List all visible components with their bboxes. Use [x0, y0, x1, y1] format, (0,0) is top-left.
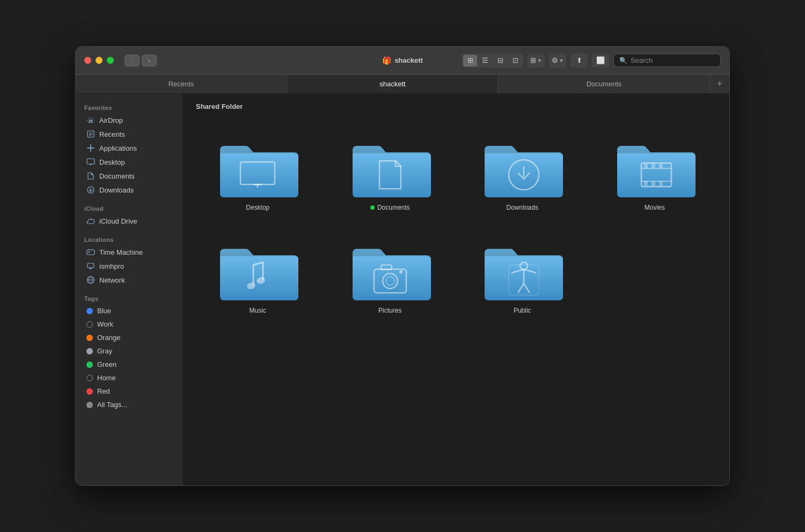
maximize-button[interactable] [107, 57, 114, 64]
chevron-down-icon: ▼ [537, 58, 542, 63]
network-icon [86, 276, 95, 284]
tab-add-button[interactable]: + [710, 75, 729, 93]
folder-item-movies[interactable]: Movies [593, 125, 717, 216]
sidebar-item-label: Desktop [99, 158, 125, 166]
tab-recents[interactable]: Recents [76, 75, 287, 93]
work-tag-dot [86, 321, 93, 328]
finder-window: ‹ › 🎁 shackett ⊞ ☰ ⊟ ⊡ ⊞ ▼ ⚙ ▼ [75, 46, 730, 486]
search-icon: 🔍 [619, 57, 627, 64]
section-title: Shared Folder [196, 102, 716, 115]
gray-tag-dot [86, 348, 93, 354]
sidebar-item-label: iCloud Drive [99, 217, 137, 225]
sidebar-item-icloud-drive[interactable]: iCloud Drive [78, 214, 180, 228]
sidebar-item-tag-blue[interactable]: Blue [78, 304, 180, 317]
folder-item-downloads[interactable]: Downloads [460, 125, 584, 216]
sidebar-item-label: ismhpro [99, 262, 124, 270]
list-view-button[interactable]: ☰ [478, 55, 492, 66]
folder-name-pictures: Pictures [378, 307, 401, 314]
sidebar-item-recents[interactable]: Recents [78, 127, 180, 141]
folder-icon-documents [347, 130, 433, 200]
svg-rect-18 [89, 252, 90, 253]
svg-rect-15 [87, 250, 94, 255]
folder-icon-desktop [215, 130, 301, 200]
action-button[interactable]: ⚙ ▼ [549, 54, 566, 68]
sidebar-item-label: Downloads [99, 186, 134, 194]
applications-icon [86, 144, 95, 152]
folder-item-documents[interactable]: Documents [328, 125, 452, 216]
blue-tag-dot [86, 308, 93, 314]
folder-icon-pictures [347, 233, 433, 302]
documents-icon [86, 172, 95, 180]
desktop-icon [86, 158, 95, 166]
forward-icon: › [148, 57, 150, 64]
sidebar-item-airdrop[interactable]: AirDrop [78, 113, 180, 127]
tag-button[interactable]: ⬜ [592, 54, 609, 68]
share-icon: ⬆ [576, 56, 582, 64]
sidebar-item-applications[interactable]: Applications [78, 141, 180, 155]
orange-tag-dot [86, 335, 93, 341]
sidebar-item-tag-work[interactable]: Work [78, 317, 180, 331]
view-options-icon: ⊞ [530, 56, 536, 64]
green-tag-dot [86, 361, 93, 368]
sidebar-item-label: Home [97, 374, 116, 382]
sidebar-item-downloads[interactable]: Downloads [78, 183, 180, 197]
sidebar-item-label: Orange [97, 334, 120, 342]
forward-button[interactable]: › [142, 55, 157, 66]
recents-icon [86, 130, 95, 138]
svg-rect-36 [644, 181, 648, 186]
sidebar-item-label: Gray [97, 347, 112, 355]
folder-icon-music [215, 233, 301, 302]
folder-item-desktop[interactable]: Desktop [196, 125, 320, 216]
gallery-view-button[interactable]: ⊡ [508, 55, 522, 66]
sidebar-item-network[interactable]: Network [78, 273, 180, 287]
search-input[interactable] [631, 56, 715, 64]
share-button[interactable]: ⬆ [570, 54, 588, 68]
close-button[interactable] [84, 57, 91, 64]
red-tag-dot [86, 388, 93, 395]
computer-icon [86, 262, 95, 270]
sidebar-item-documents[interactable]: Documents [78, 169, 180, 183]
sidebar-item-ismhpro[interactable]: ismhpro [78, 259, 180, 273]
icloud-drive-icon [86, 217, 95, 225]
sidebar-item-tag-orange[interactable]: Orange [78, 331, 180, 344]
sidebar-item-time-machine[interactable]: Time Machine [78, 245, 180, 259]
icon-view-button[interactable]: ⊞ [463, 55, 477, 66]
window-title-text: shackett [394, 56, 423, 64]
minimize-button[interactable] [96, 57, 103, 64]
folder-icon-downloads [479, 130, 565, 200]
search-bar[interactable]: 🔍 [613, 54, 721, 67]
chevron-down-icon-2: ▼ [559, 58, 564, 63]
folder-item-public[interactable]: Public [460, 228, 584, 319]
tags-header: Tags [76, 291, 182, 304]
folder-grid: Desktop [196, 125, 716, 319]
svg-rect-35 [659, 164, 663, 168]
view-buttons: ⊞ ☰ ⊟ ⊡ [462, 54, 523, 68]
documents-status-dot [370, 205, 375, 210]
sidebar-item-tag-gray[interactable]: Gray [78, 344, 180, 358]
airdrop-icon [86, 116, 95, 124]
sidebar-item-tag-red[interactable]: Red [78, 385, 180, 398]
window-title: 🎁 shackett [382, 56, 423, 65]
sidebar-item-tag-home[interactable]: Home [78, 371, 180, 385]
sidebar-item-label: AirDrop [99, 116, 123, 124]
folder-icon-public [479, 233, 565, 302]
folder-item-music[interactable]: Music [196, 228, 320, 319]
back-button[interactable]: ‹ [125, 55, 140, 66]
sidebar-item-label: Documents [99, 172, 135, 180]
tab-shackett[interactable]: shackett [287, 75, 499, 93]
sidebar-item-tag-all[interactable]: All Tags... [78, 398, 180, 411]
column-view-button[interactable]: ⊟ [493, 55, 507, 66]
sidebar-item-tag-green[interactable]: Green [78, 358, 180, 371]
sidebar-item-label: Red [97, 387, 110, 395]
tabbar: Recents shackett Documents + [76, 75, 729, 94]
tab-documents[interactable]: Documents [499, 75, 710, 93]
titlebar: ‹ › 🎁 shackett ⊞ ☰ ⊟ ⊡ ⊞ ▼ ⚙ ▼ [76, 47, 729, 75]
folder-item-pictures[interactable]: Pictures [328, 228, 452, 319]
svg-point-9 [90, 147, 92, 149]
view-options-button[interactable]: ⊞ ▼ [528, 54, 545, 68]
svg-rect-10 [87, 159, 94, 164]
sidebar-item-desktop[interactable]: Desktop [78, 155, 180, 169]
main-area: Favorites AirDrop [76, 94, 729, 485]
locations-header: Locations [76, 232, 182, 245]
back-icon: ‹ [131, 57, 133, 64]
